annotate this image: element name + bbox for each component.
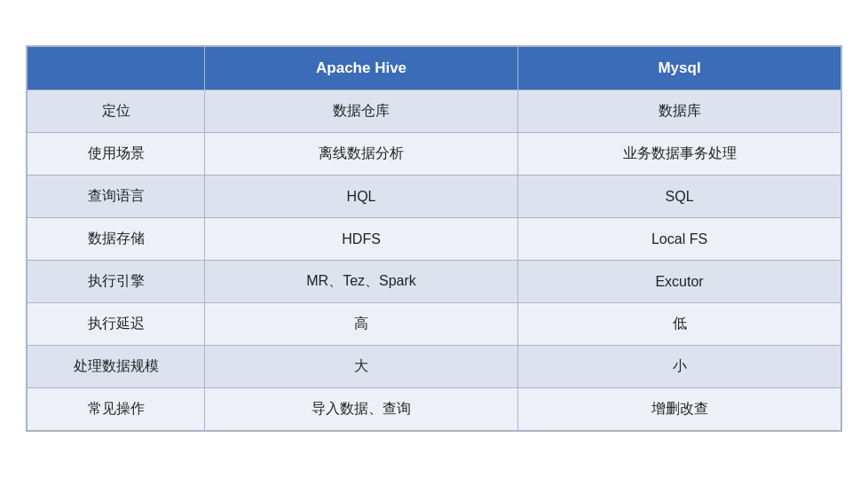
- table-cell-7-2: 增删改查: [518, 388, 841, 431]
- table-cell-3-1: HDFS: [205, 218, 518, 261]
- table-cell-5-1: 高: [205, 303, 518, 346]
- table-row: 定位数据仓库数据库: [28, 90, 841, 133]
- table-cell-5-0: 执行延迟: [28, 303, 205, 346]
- table-header-row: Apache Hive Mysql: [28, 47, 841, 90]
- table-cell-2-1: HQL: [205, 176, 518, 218]
- table-row: 使用场景离线数据分析业务数据事务处理: [28, 133, 841, 176]
- table-cell-5-2: 低: [518, 303, 841, 346]
- table-row: 执行引擎MR、Tez、SparkExcutor: [28, 261, 841, 303]
- table-cell-7-1: 导入数据、查询: [205, 388, 518, 431]
- table-cell-3-2: Local FS: [518, 218, 841, 261]
- table-cell-4-2: Excutor: [518, 261, 841, 303]
- table-cell-1-0: 使用场景: [28, 133, 205, 176]
- table-row: 查询语言HQLSQL: [28, 176, 841, 218]
- comparison-table: Apache Hive Mysql 定位数据仓库数据库使用场景离线数据分析业务数…: [27, 46, 841, 431]
- table-cell-1-1: 离线数据分析: [205, 133, 518, 176]
- table-cell-6-2: 小: [518, 346, 841, 388]
- table-cell-4-1: MR、Tez、Spark: [205, 261, 518, 303]
- table-cell-3-0: 数据存储: [28, 218, 205, 261]
- table-body: 定位数据仓库数据库使用场景离线数据分析业务数据事务处理查询语言HQLSQL数据存…: [28, 90, 841, 431]
- table-row: 处理数据规模大小: [28, 346, 841, 388]
- table-cell-6-1: 大: [205, 346, 518, 388]
- table-row: 数据存储HDFSLocal FS: [28, 218, 841, 261]
- table-row: 执行延迟高低: [28, 303, 841, 346]
- table-cell-2-2: SQL: [518, 176, 841, 218]
- table-cell-7-0: 常见操作: [28, 388, 205, 431]
- table-row: 常见操作导入数据、查询增删改查: [28, 388, 841, 431]
- table-cell-0-0: 定位: [28, 90, 205, 133]
- table-cell-6-0: 处理数据规模: [28, 346, 205, 388]
- header-col3: Mysql: [518, 47, 841, 90]
- table-cell-4-0: 执行引擎: [28, 261, 205, 303]
- header-col2: Apache Hive: [205, 47, 518, 90]
- table-cell-1-2: 业务数据事务处理: [518, 133, 841, 176]
- table-cell-0-1: 数据仓库: [205, 90, 518, 133]
- table-cell-0-2: 数据库: [518, 90, 841, 133]
- header-col1: [28, 47, 205, 90]
- table-cell-2-0: 查询语言: [28, 176, 205, 218]
- comparison-table-wrapper: Apache Hive Mysql 定位数据仓库数据库使用场景离线数据分析业务数…: [26, 45, 842, 432]
